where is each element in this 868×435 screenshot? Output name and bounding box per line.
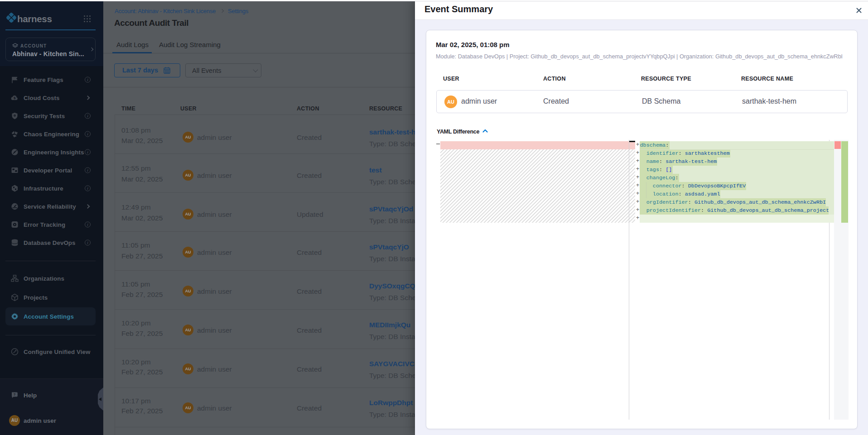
svg-text:$: $ — [14, 96, 16, 100]
svg-text:?: ? — [14, 392, 16, 397]
